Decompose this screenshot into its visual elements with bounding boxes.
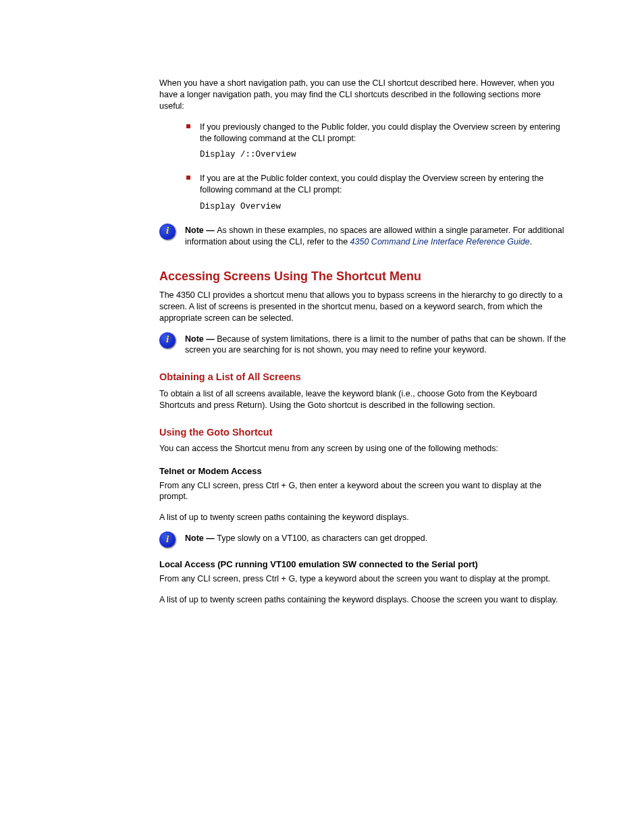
note-prefix: Note — [185, 226, 217, 235]
note: i Note — As shown in these examples, no … [159, 225, 566, 248]
page-container: When you have a short navigation path, y… [0, 0, 644, 834]
note-text: Because of system limitations, there is … [185, 334, 566, 355]
note-prefix: Note — [185, 533, 217, 543]
intro-paragraph: When you have a short navigation path, y… [159, 78, 566, 112]
heading-local-access: Local Access (PC running VT100 emulation… [159, 558, 566, 571]
info-icon: i [159, 531, 176, 548]
bullet-group: If you previously changed to the Public … [159, 122, 566, 213]
note-body: Note — Type slowly on a VT100, as charac… [185, 533, 566, 544]
paragraph: To obtain a list of all screens availabl… [159, 388, 566, 411]
code-block: Display /::Overview [200, 149, 566, 161]
paragraph: From any CLI screen, press Ctrl + G, the… [159, 480, 566, 503]
paragraph: You can access the Shortcut menu from an… [159, 443, 566, 454]
bullet-text: If you previously changed to the Public … [200, 122, 566, 145]
note-text: Type slowly on a VT100, as characters ca… [217, 533, 427, 543]
bullet-icon [186, 124, 190, 128]
paragraph: A list of up to twenty screen paths cont… [159, 512, 566, 523]
note-body: Note — Because of system limitations, th… [185, 334, 566, 357]
note: i Note — Type slowly on a VT100, as char… [159, 533, 566, 548]
list-item: If you previously changed to the Public … [186, 122, 566, 145]
note-prefix: Note — [185, 334, 217, 344]
heading-using-goto: Using the Goto Shortcut [159, 426, 566, 440]
info-icon: i [159, 224, 176, 240]
heading-shortcut-menu: Accessing Screens Using The Shortcut Men… [159, 268, 566, 284]
paragraph: The 4350 CLI provides a shortcut menu th… [159, 290, 566, 324]
note: i Note — Because of system limitations, … [159, 334, 566, 357]
bullet-text: If you are at the Public folder context,… [200, 173, 566, 196]
cross-reference: 4350 Command Line Interface Reference Gu… [350, 237, 530, 246]
paragraph: A list of up to twenty screen paths cont… [159, 594, 566, 606]
code-block: Display Overview [200, 201, 566, 213]
info-icon: i [159, 332, 176, 348]
note-suffix: . [530, 237, 532, 246]
list-item: If you are at the Public folder context,… [186, 173, 566, 196]
heading-telnet-access: Telnet or Modem Access [159, 465, 566, 477]
paragraph: From any CLI screen, press Ctrl + G, typ… [159, 573, 566, 585]
bullet-icon [186, 176, 190, 180]
note-body: Note — As shown in these examples, no sp… [185, 225, 566, 248]
heading-list-all-screens: Obtaining a List of All Screens [159, 371, 566, 384]
